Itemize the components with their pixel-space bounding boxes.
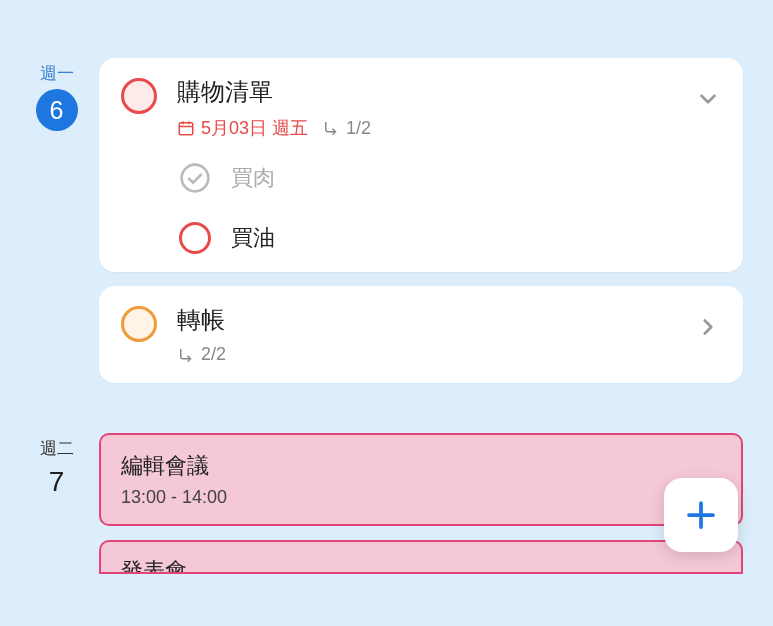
subtask-list: 買肉 買油 [179, 162, 721, 254]
task-main-row: 購物清單 5月03日 週五 [121, 76, 721, 140]
task-progress: 1/2 [346, 118, 371, 139]
task-card-shopping[interactable]: 購物清單 5月03日 週五 [99, 58, 743, 272]
task-body: 購物清單 5月03日 週五 [177, 76, 675, 140]
plus-icon [683, 497, 719, 533]
svg-point-4 [182, 165, 209, 192]
event-card-partial[interactable]: 發表會 [99, 540, 743, 574]
chevron-right-icon[interactable] [695, 314, 721, 340]
event-time: 13:00 - 14:00 [121, 487, 721, 508]
task-meta: 5月03日 週五 1/2 [177, 116, 675, 140]
subtask-label: 買肉 [231, 163, 275, 193]
event-title: 發表會 [121, 556, 721, 574]
task-title: 購物清單 [177, 76, 675, 108]
day-number[interactable]: 7 [49, 466, 65, 498]
day-weekday-label: 週二 [40, 437, 74, 460]
day-row-monday: 週一 6 購物清單 [0, 58, 773, 383]
task-checkbox[interactable] [121, 78, 157, 114]
day-weekday-label: 週一 [40, 62, 74, 85]
task-body: 轉帳 2/2 [177, 304, 675, 365]
event-card-meeting[interactable]: 編輯會議 13:00 - 14:00 [99, 433, 743, 526]
day-content: 購物清單 5月03日 週五 [99, 58, 773, 383]
task-card-transfer[interactable]: 轉帳 2/2 [99, 286, 743, 383]
task-title: 轉帳 [177, 304, 675, 336]
subtask-item[interactable]: 買肉 [179, 162, 721, 194]
task-progress: 2/2 [201, 344, 226, 365]
check-circle-icon[interactable] [179, 162, 211, 194]
task-meta: 2/2 [177, 344, 675, 365]
day-header: 週二 7 [14, 433, 99, 498]
calendar-view: 週一 6 購物清單 [0, 0, 773, 574]
subtask-item[interactable]: 買油 [179, 222, 721, 254]
svg-rect-0 [179, 123, 193, 135]
event-title: 編輯會議 [121, 451, 721, 481]
task-checkbox[interactable] [121, 306, 157, 342]
chevron-down-icon[interactable] [695, 86, 721, 112]
day-header: 週一 6 [14, 58, 99, 131]
task-date: 5月03日 週五 [201, 116, 308, 140]
task-main-row: 轉帳 2/2 [121, 304, 721, 365]
day-row-tuesday: 週二 7 編輯會議 13:00 - 14:00 發表會 [0, 433, 773, 574]
circle-icon[interactable] [179, 222, 211, 254]
subtask-icon [322, 119, 340, 137]
calendar-icon [177, 119, 195, 137]
subtask-label: 買油 [231, 223, 275, 253]
add-button[interactable] [664, 478, 738, 552]
day-number-today[interactable]: 6 [36, 89, 78, 131]
subtask-icon [177, 346, 195, 364]
